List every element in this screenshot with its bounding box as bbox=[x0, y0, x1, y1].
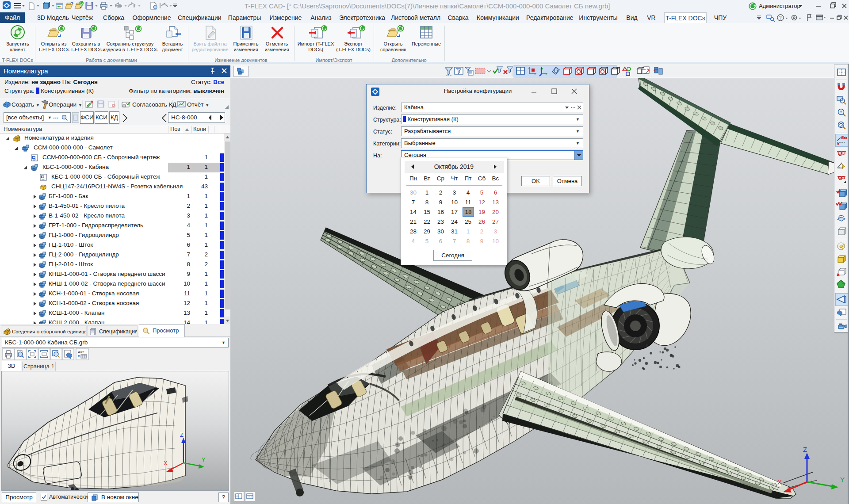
svg-text:Z: Z bbox=[803, 446, 807, 453]
svg-text:…: … bbox=[570, 103, 576, 109]
svg-text:?: ? bbox=[779, 15, 782, 20]
svg-text:B: B bbox=[78, 354, 80, 358]
svg-text:Y: Y bbox=[840, 476, 845, 483]
svg-text:Z: Z bbox=[180, 431, 184, 438]
svg-text:A=2: A=2 bbox=[78, 350, 84, 354]
svg-text:Y: Y bbox=[202, 456, 206, 463]
svg-text:X: X bbox=[164, 460, 168, 466]
svg-text:X: X bbox=[777, 478, 782, 486]
